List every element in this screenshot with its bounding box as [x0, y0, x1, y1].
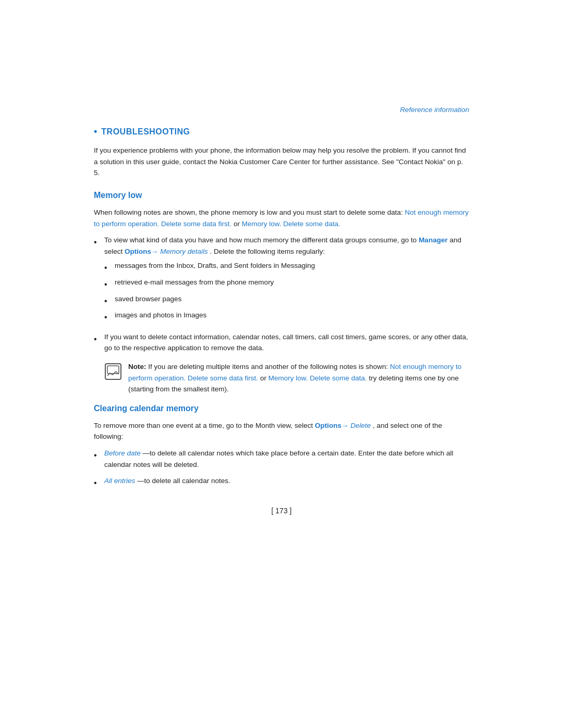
section-title: TROUBLESHOOTING — [101, 126, 190, 138]
memory-low-list: • To view what kind of data you have and… — [94, 235, 469, 354]
calendar-bullet-2: • — [94, 476, 104, 490]
note-or: or — [260, 374, 268, 382]
inner-text-1: messages from the Inbox, Drafts, and Sen… — [115, 260, 315, 272]
reference-line: Reference information — [94, 104, 469, 115]
clearing-calendar-list: • Before date —to delete all calendar no… — [94, 448, 469, 490]
inner-bullet-3: • — [104, 294, 115, 308]
note-text-content: Note: If you are deleting multiple items… — [128, 361, 469, 395]
calendar-item-2: • All entries —to delete all calendar no… — [94, 475, 469, 490]
inner-bullet-1: • — [104, 261, 115, 275]
clearing-delete-link: Delete — [350, 422, 371, 429]
inner-item-4: • images and photos in Images — [104, 310, 469, 324]
calendar-before-date-link: Before date — [104, 449, 141, 457]
memory-low-link2: Memory low. Delete some data. — [242, 220, 340, 228]
clearing-intro-before: To remove more than one event at a time,… — [94, 422, 313, 429]
inner-item-3: • saved browser pages — [104, 293, 469, 308]
clearing-options-link: Options→ — [315, 422, 349, 429]
inner-item-2: • retrieved e-mail messages from the pho… — [104, 277, 469, 291]
page-number: [ 173 ] — [94, 505, 469, 516]
bullet-marker-1: • — [94, 236, 104, 249]
calendar-all-entries-link: All entries — [104, 477, 135, 485]
clearing-calendar-section: Clearing calendar memory To remove more … — [94, 402, 469, 490]
inner-item-1: • messages from the Inbox, Drafts, and S… — [104, 260, 469, 275]
page: Reference information • TROUBLESHOOTING … — [0, 0, 563, 728]
calendar-all-entries-text: —to delete all calendar notes. — [137, 477, 230, 485]
item1-content: To view what kind of data you have and h… — [104, 235, 469, 326]
memory-low-or: or — [234, 220, 242, 228]
bullet-marker-2: • — [94, 332, 104, 346]
memory-low-item2: • If you want to delete contact informat… — [94, 331, 469, 354]
note-link2: Memory low. Delete some data. — [268, 374, 367, 382]
item1-options-link: Options→ — [125, 248, 158, 255]
item1-text-after: . Delete the following items regularly: — [210, 248, 325, 255]
calendar-bullet-1: • — [94, 449, 104, 462]
inner-bullet-4: • — [104, 311, 115, 324]
content-area: Reference information • TROUBLESHOOTING … — [0, 0, 563, 569]
item2-text: If you want to delete contact informatio… — [104, 333, 468, 352]
clearing-calendar-title: Clearing calendar memory — [94, 402, 469, 415]
inner-text-3: saved browser pages — [115, 293, 181, 305]
note-label: Note: — [128, 363, 146, 371]
inner-text-2: retrieved e-mail messages from the phone… — [115, 277, 274, 288]
memory-low-title: Memory low — [94, 189, 469, 202]
memory-low-item1: • To view what kind of data you have and… — [94, 235, 469, 326]
clearing-calendar-intro: To remove more than one event at a time,… — [94, 420, 469, 442]
section-header: • TROUBLESHOOTING — [94, 125, 469, 139]
note-text-before: If you are deleting multiple items and a… — [148, 363, 390, 371]
note-icon — [104, 363, 122, 380]
reference-text: Reference information — [400, 106, 469, 114]
intro-paragraph: If you experience problems with your pho… — [94, 145, 469, 179]
calendar-item-1: • Before date —to delete all calendar no… — [94, 448, 469, 470]
memory-low-section: Memory low When following notes are show… — [94, 189, 469, 395]
calendar-before-date-text: —to delete all calendar notes which take… — [104, 449, 453, 468]
inner-text-4: images and photos in Images — [115, 310, 206, 321]
inner-list: • messages from the Inbox, Drafts, and S… — [104, 260, 469, 324]
calendar-item1-content: Before date —to delete all calendar note… — [104, 448, 469, 470]
memory-low-intro: When following notes are shown, the phon… — [94, 207, 469, 229]
item1-text-before: To view what kind of data you have and h… — [104, 236, 417, 244]
calendar-item2-content: All entries —to delete all calendar note… — [104, 475, 469, 487]
section-bullet: • — [94, 125, 97, 139]
inner-bullet-2: • — [104, 278, 115, 291]
item1-manager-link: Manager — [419, 236, 448, 244]
item2-content: If you want to delete contact informatio… — [104, 331, 469, 354]
note-box: Note: If you are deleting multiple items… — [104, 361, 469, 395]
memory-low-intro-text: When following notes are shown, the phon… — [94, 208, 403, 216]
item1-memory-details: Memory details — [160, 248, 208, 255]
